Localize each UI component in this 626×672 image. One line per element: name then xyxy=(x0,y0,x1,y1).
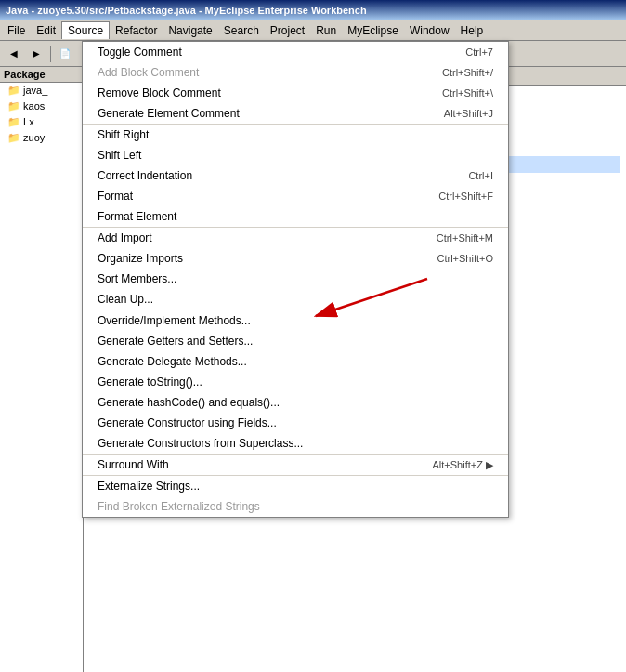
add-import-label: Add Import xyxy=(98,231,152,244)
remove-block-comment-label: Remove Block Comment xyxy=(98,86,221,99)
surround-with-item[interactable]: Surround With Alt+Shift+Z ▶ xyxy=(83,455,508,475)
add-block-comment-item: Add Block Comment Ctrl+Shift+/ xyxy=(83,62,508,83)
find-broken-strings-label: Find Broken Externalized Strings xyxy=(98,500,260,513)
dropdown-overlay: Toggle Comment Ctrl+7 Add Block Comment … xyxy=(0,0,626,672)
generate-tostring-label: Generate toString()... xyxy=(98,376,202,389)
generate-tostring-item[interactable]: Generate toString()... xyxy=(83,372,508,392)
sort-members-item[interactable]: Sort Members... xyxy=(83,269,508,289)
generate-hashcode-equals-item[interactable]: Generate hashCode() and equals()... xyxy=(83,392,508,413)
menu-section-6: Externalize Strings... Find Broken Exter… xyxy=(83,476,508,517)
override-implement-item[interactable]: Override/Implement Methods... xyxy=(83,310,508,331)
organize-imports-item[interactable]: Organize Imports Ctrl+Shift+O xyxy=(83,248,508,269)
generate-element-comment-item[interactable]: Generate Element Comment Alt+Shift+J xyxy=(83,103,508,124)
shift-right-label: Shift Right xyxy=(98,128,149,141)
generate-delegate-methods-item[interactable]: Generate Delegate Methods... xyxy=(83,351,508,372)
correct-indentation-label: Correct Indentation xyxy=(98,169,192,182)
add-import-shortcut: Ctrl+Shift+M xyxy=(437,232,493,244)
generate-delegate-methods-label: Generate Delegate Methods... xyxy=(98,355,247,368)
format-label: Format xyxy=(98,190,133,203)
generate-constructor-fields-item[interactable]: Generate Constructor using Fields... xyxy=(83,413,508,433)
remove-block-comment-shortcut: Ctrl+Shift+\ xyxy=(442,87,493,99)
generate-element-comment-label: Generate Element Comment xyxy=(98,107,240,120)
surround-with-shortcut: Alt+Shift+Z ▶ xyxy=(433,459,493,471)
menu-section-1: Toggle Comment Ctrl+7 Add Block Comment … xyxy=(83,42,508,125)
menu-section-2: Shift Right Shift Left Correct Indentati… xyxy=(83,125,508,228)
source-dropdown-menu: Toggle Comment Ctrl+7 Add Block Comment … xyxy=(82,41,509,518)
generate-constructor-fields-label: Generate Constructor using Fields... xyxy=(98,416,277,429)
format-element-item[interactable]: Format Element xyxy=(83,206,508,227)
add-block-comment-label: Add Block Comment xyxy=(98,66,199,79)
generate-constructors-superclass-label: Generate Constructors from Superclass... xyxy=(98,437,303,450)
surround-with-label: Surround With xyxy=(98,458,169,471)
add-block-comment-shortcut: Ctrl+Shift+/ xyxy=(442,67,493,78)
correct-indentation-item[interactable]: Correct Indentation Ctrl+I xyxy=(83,165,508,186)
externalize-strings-label: Externalize Strings... xyxy=(98,480,200,493)
shift-left-item[interactable]: Shift Left xyxy=(83,145,508,165)
format-shortcut: Ctrl+Shift+F xyxy=(438,191,493,202)
shift-left-label: Shift Left xyxy=(98,149,141,162)
generate-hashcode-equals-label: Generate hashCode() and equals()... xyxy=(98,396,280,409)
format-element-label: Format Element xyxy=(98,210,176,223)
menu-section-5: Surround With Alt+Shift+Z ▶ xyxy=(83,455,508,476)
organize-imports-label: Organize Imports xyxy=(98,252,183,265)
find-broken-strings-item: Find Broken Externalized Strings xyxy=(83,496,508,517)
toggle-comment-label: Toggle Comment xyxy=(98,46,182,59)
toggle-comment-shortcut: Ctrl+7 xyxy=(465,46,493,58)
generate-constructors-superclass-item[interactable]: Generate Constructors from Superclass... xyxy=(83,433,508,454)
toggle-comment-item[interactable]: Toggle Comment Ctrl+7 xyxy=(83,42,508,62)
clean-up-item[interactable]: Clean Up... xyxy=(83,289,508,310)
clean-up-label: Clean Up... xyxy=(98,293,153,306)
shift-right-item[interactable]: Shift Right xyxy=(83,125,508,145)
correct-indentation-shortcut: Ctrl+I xyxy=(468,170,493,181)
add-import-item[interactable]: Add Import Ctrl+Shift+M xyxy=(83,228,508,248)
sort-members-label: Sort Members... xyxy=(98,272,176,285)
remove-block-comment-item[interactable]: Remove Block Comment Ctrl+Shift+\ xyxy=(83,83,508,103)
generate-getters-setters-item[interactable]: Generate Getters and Setters... xyxy=(83,331,508,351)
generate-element-comment-shortcut: Alt+Shift+J xyxy=(444,108,493,119)
override-implement-label: Override/Implement Methods... xyxy=(98,314,251,327)
organize-imports-shortcut: Ctrl+Shift+O xyxy=(437,253,493,264)
menu-section-4: Override/Implement Methods... Generate G… xyxy=(83,310,508,455)
format-item[interactable]: Format Ctrl+Shift+F xyxy=(83,186,508,206)
externalize-strings-item[interactable]: Externalize Strings... xyxy=(83,476,508,496)
generate-getters-setters-label: Generate Getters and Setters... xyxy=(98,335,253,348)
menu-section-3: Add Import Ctrl+Shift+M Organize Imports… xyxy=(83,228,508,310)
